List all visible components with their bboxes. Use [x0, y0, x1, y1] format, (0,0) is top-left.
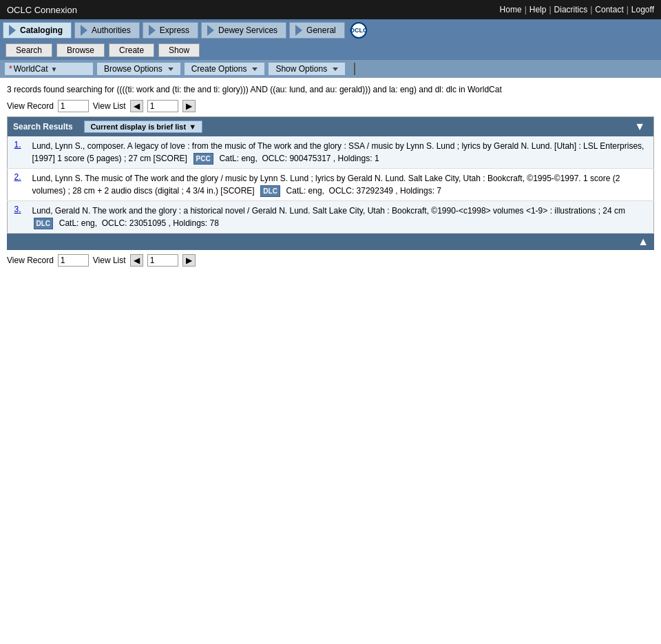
tab-authorities[interactable]: Authorities	[74, 22, 140, 39]
worldcat-arrow: ▼	[50, 65, 57, 73]
create-button[interactable]: Create	[109, 43, 154, 57]
dropdown-bar: * WorldCat ▼ Browse Options Create Optio…	[0, 59, 661, 78]
help-link[interactable]: Help	[529, 5, 547, 14]
tab-authorities-label: Authorities	[92, 25, 131, 35]
home-link[interactable]: Home	[500, 5, 522, 14]
result-num-3: 3.	[8, 201, 27, 233]
view-record-input-bottom[interactable]	[58, 254, 89, 267]
search-query: 3 records found searching for ((((ti: wo…	[7, 85, 654, 94]
sep3: |	[590, 5, 592, 14]
view-list-label-bottom: View List	[93, 256, 126, 265]
create-options-label: Create Options	[191, 64, 247, 74]
browse-options-dropdown[interactable]: Browse Options	[96, 62, 181, 76]
worldcat-star: *	[9, 64, 12, 74]
tab-cataloging[interactable]: Cataloging	[3, 22, 72, 39]
view-record-input-top[interactable]: 1	[58, 100, 89, 112]
tab-express[interactable]: Express	[143, 22, 198, 39]
result-link-2[interactable]: 2.	[14, 172, 21, 182]
nav-tabs-bar: Cataloging Authorities Express Dewey Ser…	[0, 19, 661, 41]
view-list-input-top[interactable]	[147, 100, 178, 112]
view-record-top: View Record 1 View List ◀ ▶	[7, 100, 654, 112]
show-options-label: Show Options	[275, 64, 327, 74]
results-header-row: Search Results Current display is brief …	[8, 117, 654, 137]
tab-arrow	[207, 25, 214, 36]
tab-arrow	[149, 25, 156, 36]
result-text-3: Lund, Gerald N. The work and the glory :…	[27, 201, 654, 233]
nav-prev-top[interactable]: ◀	[130, 100, 143, 112]
tab-arrow	[295, 25, 302, 36]
browse-options-label: Browse Options	[104, 64, 162, 74]
browse-button[interactable]: Browse	[56, 43, 105, 57]
results-header-cell: Search Results Current display is brief …	[8, 117, 654, 137]
worldcat-dropdown[interactable]: * WorldCat ▼	[4, 62, 94, 76]
scroll-up-icon[interactable]: ▲	[638, 236, 649, 248]
nav-next-bottom[interactable]: ▶	[182, 254, 196, 267]
sep2: |	[549, 5, 551, 14]
display-status-arrow: ▼	[189, 123, 196, 131]
pipe-separator	[350, 63, 355, 75]
search-results-heading: Search Results	[13, 122, 73, 132]
nav-next-top[interactable]: ▶	[182, 100, 196, 112]
table-row: 3. Lund, Gerald N. The work and the glor…	[8, 201, 654, 233]
view-record-bottom: View Record View List ◀ ▶	[7, 254, 654, 267]
logoff-link[interactable]: Logoff	[631, 5, 654, 14]
view-list-input-bottom[interactable]	[147, 254, 178, 267]
show-options-dropdown[interactable]: Show Options	[268, 62, 346, 76]
tab-general-label: General	[306, 25, 336, 35]
results-footer: ▲	[7, 233, 654, 250]
view-list-label-top: View List	[93, 101, 126, 111]
tab-arrow	[9, 25, 16, 36]
view-record-label-bottom: View Record	[7, 256, 54, 265]
sep4: |	[627, 5, 629, 14]
result-num-2: 2.	[8, 169, 27, 201]
create-options-dropdown[interactable]: Create Options	[184, 62, 266, 76]
view-record-label-top: View Record	[7, 101, 54, 111]
result-text-1: Lund, Lynn S., composer. A legacy of lov…	[27, 136, 654, 169]
diacritics-link[interactable]: Diacritics	[554, 5, 588, 14]
badge-pcc-1: PCC	[193, 153, 213, 165]
result-link-1[interactable]: 1.	[14, 140, 21, 149]
table-row: 2. Lund, Lynn S. The music of The work a…	[8, 169, 654, 201]
sep1: |	[525, 5, 527, 14]
worldcat-label: WorldCat	[14, 64, 48, 74]
tab-dewey[interactable]: Dewey Services	[201, 22, 286, 39]
browse-options-arrow	[168, 67, 174, 71]
top-nav: Home | Help | Diacritics | Contact | Log…	[500, 5, 654, 14]
app-title: OCLC Connexion	[7, 5, 77, 15]
display-status-text: Current display is brief list	[90, 123, 186, 131]
main-content: 3 records found searching for ((((ti: wo…	[0, 78, 661, 271]
tab-express-label: Express	[160, 25, 189, 35]
tab-cataloging-label: Cataloging	[20, 25, 63, 35]
badge-dlc-2: DLC	[260, 185, 280, 197]
nav-prev-bottom[interactable]: ◀	[130, 254, 143, 267]
show-options-arrow	[333, 67, 338, 71]
table-row: 1. Lund, Lynn S., composer. A legacy of …	[8, 136, 654, 169]
results-table: Search Results Current display is brief …	[7, 116, 654, 233]
result-link-3[interactable]: 3.	[14, 205, 21, 214]
result-text-2: Lund, Lynn S. The music of The work and …	[27, 169, 654, 201]
top-bar: OCLC Connexion Home | Help | Diacritics …	[0, 0, 661, 19]
contact-link[interactable]: Contact	[595, 5, 623, 14]
tab-arrow	[81, 25, 87, 36]
tab-general[interactable]: General	[289, 22, 345, 39]
create-options-arrow	[252, 67, 258, 71]
action-buttons-bar: Search Browse Create Show	[0, 41, 661, 59]
result-num-1: 1.	[8, 136, 27, 169]
tab-dewey-label: Dewey Services	[218, 25, 277, 35]
oclc-logo: OCLC	[350, 22, 367, 39]
scroll-down-icon[interactable]: ▼	[634, 121, 645, 133]
show-button[interactable]: Show	[158, 43, 200, 57]
search-button[interactable]: Search	[6, 43, 52, 57]
badge-dlc-3: DLC	[34, 218, 54, 229]
display-status-badge[interactable]: Current display is brief list ▼	[84, 121, 202, 133]
